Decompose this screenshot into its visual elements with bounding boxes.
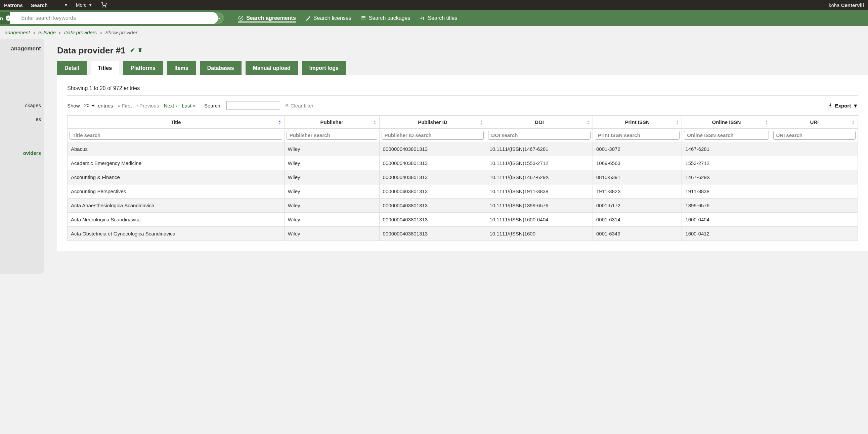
table-row: Acta Obstetricia et Gynecologica Scandin… xyxy=(67,227,858,241)
site-label: Centervill xyxy=(841,2,864,8)
search-input[interactable] xyxy=(10,12,218,24)
col-title[interactable]: Title▲▼ xyxy=(67,116,284,129)
tab-import-logs[interactable]: Import logs xyxy=(302,61,346,75)
main: Data provider #1 Detail Titles Platforms… xyxy=(44,39,868,274)
search-packages-link[interactable]: Search packages xyxy=(361,14,410,23)
cell-oissn: 1911-3838 xyxy=(682,184,771,198)
tab-manual-upload[interactable]: Manual upload xyxy=(246,61,298,75)
tab-titles[interactable]: Titles xyxy=(91,61,120,75)
svg-rect-3 xyxy=(362,17,366,18)
cart-icon[interactable] xyxy=(100,1,107,9)
topbar-left: Patrons Search ▼ More ▼ xyxy=(4,1,107,9)
filter-publisher-id[interactable] xyxy=(381,131,484,140)
last-button[interactable]: Last » xyxy=(182,103,195,108)
col-doi[interactable]: DOI▲▼ xyxy=(486,116,593,129)
breadcrumb-item[interactable]: Data providers xyxy=(64,30,97,35)
btn-label: Next xyxy=(163,103,174,108)
svg-point-2 xyxy=(239,16,243,20)
x-icon: ✕ xyxy=(285,102,289,108)
cell-oissn: 1600-0404 xyxy=(682,213,771,227)
nav-patrons[interactable]: Patrons xyxy=(4,2,23,8)
filter-uri[interactable] xyxy=(773,131,856,140)
link-label: Search licenses xyxy=(313,15,351,21)
table-info: Showing 1 to 20 of 972 entries xyxy=(67,85,858,96)
sidebar-item-providers[interactable]: oviders xyxy=(0,146,44,160)
link-label: Search titles xyxy=(428,15,457,21)
cell-pissn: 0001-6314 xyxy=(593,213,682,227)
table-body: AbacusWiley000000040380131310.1111/(ISSN… xyxy=(67,142,858,241)
cell-pubid: 0000000403801313 xyxy=(379,156,486,170)
archive-icon xyxy=(361,16,366,21)
col-publisher-id[interactable]: Publisher ID▲▼ xyxy=(379,116,486,129)
sidebar-item-packages[interactable]: ckages xyxy=(0,98,44,112)
filter-doi[interactable] xyxy=(488,131,591,140)
sort-icon: ▲▼ xyxy=(765,120,768,125)
nav-more-label: More xyxy=(76,2,87,8)
search-titles-link[interactable]: Search titles xyxy=(420,14,457,23)
col-publisher[interactable]: Publisher▲▼ xyxy=(284,116,379,129)
greenbar-links: Search agreements Search licenses Search… xyxy=(238,14,457,23)
sort-icon xyxy=(420,16,425,21)
search-agreements-link[interactable]: Search agreements xyxy=(238,14,296,23)
tab-items[interactable]: Items xyxy=(167,61,196,75)
svg-point-0 xyxy=(102,6,103,7)
export-button[interactable]: Export ▼ xyxy=(828,103,858,108)
col-print-issn[interactable]: Print ISSN▲▼ xyxy=(593,116,682,129)
breadcrumb-item[interactable]: anagement xyxy=(5,30,30,35)
magic-wand-icon xyxy=(305,16,311,21)
cell-uri xyxy=(771,227,858,241)
sort-icon: ▲▼ xyxy=(587,120,590,125)
tab-platforms[interactable]: Platforms xyxy=(123,61,163,75)
context-label: n xyxy=(0,16,3,21)
breadcrumb-item[interactable]: eUsage xyxy=(38,30,56,35)
breadcrumb-current: Show provider xyxy=(105,30,137,35)
page-title: Data provider #1 xyxy=(57,45,126,56)
sort-icon: ▲▼ xyxy=(278,120,281,125)
sort-icon: ▲▼ xyxy=(373,120,377,125)
cell-publisher: Wiley xyxy=(284,142,379,156)
nav-more[interactable]: More ▼ xyxy=(76,2,92,8)
chevron-left-icon: ‹ xyxy=(136,103,138,108)
tab-detail[interactable]: Detail xyxy=(57,61,87,75)
cell-pubid: 0000000403801313 xyxy=(379,198,486,213)
title-actions xyxy=(130,48,143,54)
breadcrumb: anagement › eUsage › Data providers › Sh… xyxy=(0,26,868,39)
cell-pissn: 0001-3072 xyxy=(593,142,682,156)
edit-icon[interactable] xyxy=(130,48,135,54)
sidebar-item-es[interactable]: es xyxy=(0,112,44,126)
cell-pissn: 0001-5172 xyxy=(593,198,682,213)
col-uri[interactable]: URI▲▼ xyxy=(771,116,858,129)
btn-label: Previous xyxy=(140,103,159,108)
nav-search[interactable]: Search xyxy=(31,2,48,8)
topbar-right: koha Centervill xyxy=(829,2,864,8)
table-row: Academic Emergency MedicineWiley00000004… xyxy=(67,156,858,170)
entries-select[interactable]: 20 xyxy=(82,102,96,109)
cell-pissn: 1069-6563 xyxy=(593,156,682,170)
greenbar: n ✓ → Search agreements Search licenses … xyxy=(0,10,868,26)
trash-icon[interactable] xyxy=(138,48,143,54)
table-row: Accounting & FinanceWiley000000040380131… xyxy=(67,170,858,184)
filter-print-issn[interactable] xyxy=(595,131,680,140)
global-search-input[interactable] xyxy=(226,101,280,110)
previous-button[interactable]: ‹ Previous xyxy=(136,103,159,108)
sidebar-spacer xyxy=(0,58,44,78)
filter-publisher[interactable] xyxy=(286,131,377,140)
search-licenses-link[interactable]: Search licenses xyxy=(305,14,351,23)
col-label: Print ISSN xyxy=(625,119,649,125)
cell-doi: 10.1111/(ISSN)1553-2712 xyxy=(486,156,593,170)
next-button[interactable]: Next › xyxy=(163,103,177,108)
col-online-issn[interactable]: Online ISSN▲▼ xyxy=(682,116,771,129)
cell-oissn: 1600-0412 xyxy=(682,227,771,241)
cell-title: Acta Anaesthesiologica Scandinavica xyxy=(67,198,284,213)
cell-publisher: Wiley xyxy=(284,227,379,241)
tabs: Detail Titles Platforms Items Databases … xyxy=(57,61,868,75)
clear-filter-button[interactable]: ✕ Clear filter xyxy=(285,102,313,108)
filter-title[interactable] xyxy=(69,131,282,140)
filter-online-issn[interactable] xyxy=(684,131,769,140)
entries-selector: Show 20 entries xyxy=(67,102,113,109)
link-label: Search packages xyxy=(369,15,410,21)
dropdown-caret-icon[interactable]: ▼ xyxy=(64,3,68,7)
tab-databases[interactable]: Databases xyxy=(200,61,242,75)
cell-title: Accounting Perspectives xyxy=(67,184,284,198)
first-button[interactable]: « First xyxy=(118,103,132,108)
